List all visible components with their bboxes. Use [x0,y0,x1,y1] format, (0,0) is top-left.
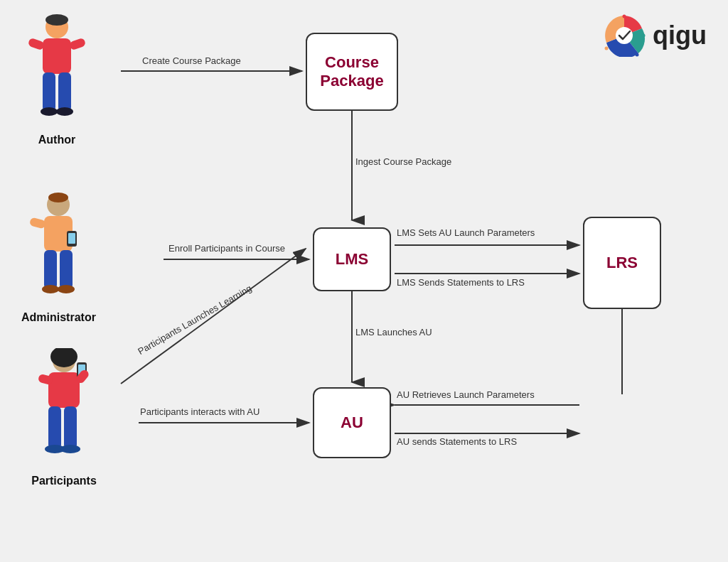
au-label: AU [341,414,363,432]
lms-label: LMS [336,250,368,269]
logo-icon [603,14,646,57]
lms-sets-au-label: LMS Sets AU Launch Parameters [397,227,535,238]
author-label: Author [21,134,92,146]
enroll-participants-label: Enroll Participants in Course [168,243,285,254]
administrator-person: Administrator [21,192,96,324]
au-box: AU [313,387,391,458]
logo-text: qigu [653,21,707,50]
main-container: qigu [0,0,728,562]
svg-point-5 [605,47,609,50]
svg-point-32 [48,193,68,202]
participants-figure [28,348,100,469]
svg-rect-35 [68,233,75,244]
svg-rect-38 [60,250,73,289]
participants-launches-label: Participants Launches Learning [136,283,253,357]
course-package-label: CoursePackage [320,53,383,90]
svg-rect-26 [69,38,87,51]
svg-point-1 [616,27,633,44]
svg-point-40 [58,285,75,293]
svg-rect-27 [43,72,55,112]
participants-person: Participants [28,348,100,487]
administrator-figure [23,192,94,306]
svg-point-23 [46,14,68,26]
svg-rect-28 [58,72,71,112]
svg-point-29 [41,107,58,116]
create-course-label: Create Course Package [142,55,241,66]
ingest-course-label: Ingest Course Package [355,156,451,167]
lms-sends-statements-label: LMS Sends Statements to LRS [397,277,525,288]
author-person: Author [21,14,92,146]
author-figure [21,14,92,128]
administrator-label: Administrator [21,311,96,324]
svg-rect-25 [28,38,46,51]
course-package-box: CoursePackage [306,33,398,111]
au-sends-label: AU sends Statements to LRS [397,436,517,447]
svg-point-51 [60,445,80,453]
svg-rect-24 [43,38,71,74]
participants-label: Participants [28,475,100,487]
svg-rect-48 [48,406,61,449]
svg-point-4 [636,53,639,57]
svg-point-2 [623,15,626,18]
logo-area: qigu [603,14,707,57]
lms-box: LMS [313,227,391,291]
svg-rect-37 [44,250,57,289]
svg-rect-36 [29,217,46,229]
svg-point-3 [642,34,646,38]
lrs-box: LRS [583,217,661,309]
svg-rect-43 [48,372,80,408]
svg-point-39 [42,285,59,293]
lrs-label: LRS [606,254,638,272]
svg-line-16 [121,249,306,384]
lms-launches-au-label: LMS Launches AU [355,327,432,337]
svg-rect-49 [64,406,77,449]
participants-interacts-label: Participants interacts with AU [140,406,259,417]
svg-point-30 [56,107,73,116]
au-retrieves-label: AU Retrieves Launch Parameters [397,389,535,400]
